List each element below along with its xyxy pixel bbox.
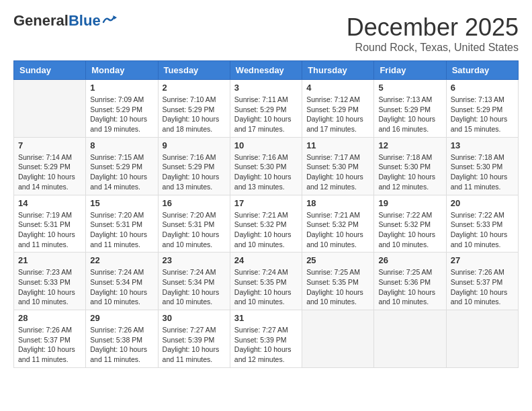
day-number: 25 (306, 255, 369, 265)
day-info: Sunrise: 7:25 AMSunset: 5:35 PMDaylight:… (306, 267, 369, 307)
logo-general: General (13, 12, 69, 29)
day-number: 27 (451, 255, 514, 265)
day-info: Sunrise: 7:12 AMSunset: 5:29 PMDaylight:… (306, 95, 369, 134)
day-number: 15 (90, 198, 153, 208)
day-info: Sunrise: 7:13 AMSunset: 5:29 PMDaylight:… (451, 95, 514, 134)
title-area: December 2025 Round Rock, Texas, United … (347, 13, 519, 54)
table-row: 7Sunrise: 7:14 AMSunset: 5:29 PMDaylight… (14, 137, 86, 195)
day-info: Sunrise: 7:10 AMSunset: 5:29 PMDaylight:… (163, 95, 226, 134)
table-row: 28Sunrise: 7:26 AMSunset: 5:37 PMDayligh… (14, 310, 86, 368)
day-number: 26 (378, 255, 441, 265)
table-row: 20Sunrise: 7:22 AMSunset: 5:33 PMDayligh… (446, 195, 518, 253)
day-info: Sunrise: 7:18 AMSunset: 5:30 PMDaylight:… (378, 152, 441, 192)
table-row: 26Sunrise: 7:25 AMSunset: 5:36 PMDayligh… (374, 253, 446, 310)
day-number: 5 (378, 83, 441, 93)
table-row: 27Sunrise: 7:26 AMSunset: 5:37 PMDayligh… (446, 253, 518, 310)
day-number: 7 (18, 140, 81, 150)
day-info: Sunrise: 7:16 AMSunset: 5:29 PMDaylight:… (163, 152, 226, 192)
day-number: 9 (163, 140, 226, 150)
weekday-header-row: Sunday Monday Tuesday Wednesday Thursday… (14, 61, 519, 80)
table-row: 4Sunrise: 7:12 AMSunset: 5:29 PMDaylight… (302, 80, 374, 138)
day-number: 28 (18, 313, 81, 323)
table-row: 19Sunrise: 7:22 AMSunset: 5:32 PMDayligh… (374, 195, 446, 253)
table-row: 9Sunrise: 7:16 AMSunset: 5:29 PMDaylight… (158, 137, 230, 195)
day-info: Sunrise: 7:24 AMSunset: 5:35 PMDaylight:… (234, 267, 298, 307)
table-row: 15Sunrise: 7:20 AMSunset: 5:31 PMDayligh… (86, 195, 158, 253)
day-number: 19 (378, 198, 441, 208)
table-row: 22Sunrise: 7:24 AMSunset: 5:34 PMDayligh… (86, 253, 158, 310)
table-row: 29Sunrise: 7:26 AMSunset: 5:38 PMDayligh… (86, 310, 158, 368)
table-row: 13Sunrise: 7:18 AMSunset: 5:30 PMDayligh… (446, 137, 518, 195)
day-number: 10 (234, 140, 298, 150)
table-row: 25Sunrise: 7:25 AMSunset: 5:35 PMDayligh… (302, 253, 374, 310)
day-number: 29 (90, 313, 153, 323)
day-number: 1 (90, 83, 153, 93)
table-row: 23Sunrise: 7:24 AMSunset: 5:34 PMDayligh… (158, 253, 230, 310)
table-row: 1Sunrise: 7:09 AMSunset: 5:29 PMDaylight… (86, 80, 158, 138)
day-number: 30 (163, 313, 226, 323)
day-info: Sunrise: 7:18 AMSunset: 5:30 PMDaylight:… (451, 152, 514, 192)
day-number: 13 (451, 140, 514, 150)
day-number: 3 (234, 83, 298, 93)
header-tuesday: Tuesday (158, 61, 230, 80)
day-info: Sunrise: 7:09 AMSunset: 5:29 PMDaylight:… (90, 95, 153, 134)
day-number: 22 (90, 255, 153, 265)
table-row: 17Sunrise: 7:21 AMSunset: 5:32 PMDayligh… (230, 195, 302, 253)
day-number: 21 (18, 255, 81, 265)
day-info: Sunrise: 7:20 AMSunset: 5:31 PMDaylight:… (163, 210, 226, 250)
day-info: Sunrise: 7:15 AMSunset: 5:29 PMDaylight:… (90, 152, 153, 192)
day-info: Sunrise: 7:22 AMSunset: 5:32 PMDaylight:… (378, 210, 441, 250)
table-row: 2Sunrise: 7:10 AMSunset: 5:29 PMDaylight… (158, 80, 230, 138)
calendar-week-row: 1Sunrise: 7:09 AMSunset: 5:29 PMDaylight… (14, 80, 519, 138)
logo-blue: Blue (69, 12, 101, 29)
calendar-week-row: 28Sunrise: 7:26 AMSunset: 5:37 PMDayligh… (14, 310, 519, 368)
table-row: 8Sunrise: 7:15 AMSunset: 5:29 PMDaylight… (86, 137, 158, 195)
table-row (446, 310, 518, 368)
day-info: Sunrise: 7:25 AMSunset: 5:36 PMDaylight:… (378, 267, 441, 307)
day-info: Sunrise: 7:11 AMSunset: 5:29 PMDaylight:… (234, 95, 298, 134)
day-info: Sunrise: 7:22 AMSunset: 5:33 PMDaylight:… (451, 210, 514, 250)
day-info: Sunrise: 7:14 AMSunset: 5:29 PMDaylight:… (18, 152, 81, 192)
day-info: Sunrise: 7:26 AMSunset: 5:37 PMDaylight:… (18, 325, 81, 365)
day-number: 16 (163, 198, 226, 208)
day-number: 20 (451, 198, 514, 208)
day-number: 17 (234, 198, 298, 208)
table-row: 30Sunrise: 7:27 AMSunset: 5:39 PMDayligh… (158, 310, 230, 368)
table-row: 31Sunrise: 7:27 AMSunset: 5:39 PMDayligh… (230, 310, 302, 368)
calendar-week-row: 21Sunrise: 7:23 AMSunset: 5:33 PMDayligh… (14, 253, 519, 310)
day-info: Sunrise: 7:21 AMSunset: 5:32 PMDaylight:… (234, 210, 298, 250)
day-info: Sunrise: 7:24 AMSunset: 5:34 PMDaylight:… (163, 267, 226, 307)
header-friday: Friday (374, 61, 446, 80)
day-info: Sunrise: 7:26 AMSunset: 5:37 PMDaylight:… (451, 267, 514, 307)
page-header: GeneralBlue December 2025 Round Rock, Te… (13, 13, 519, 54)
table-row: 5Sunrise: 7:13 AMSunset: 5:29 PMDaylight… (374, 80, 446, 138)
day-number: 14 (18, 198, 81, 208)
day-info: Sunrise: 7:27 AMSunset: 5:39 PMDaylight:… (234, 325, 298, 365)
day-info: Sunrise: 7:16 AMSunset: 5:30 PMDaylight:… (234, 152, 298, 192)
day-number: 18 (306, 198, 369, 208)
header-thursday: Thursday (302, 61, 374, 80)
header-monday: Monday (86, 61, 158, 80)
table-row: 14Sunrise: 7:19 AMSunset: 5:31 PMDayligh… (14, 195, 86, 253)
calendar-week-row: 7Sunrise: 7:14 AMSunset: 5:29 PMDaylight… (14, 137, 519, 195)
calendar-week-row: 14Sunrise: 7:19 AMSunset: 5:31 PMDayligh… (14, 195, 519, 253)
day-number: 4 (306, 83, 369, 93)
month-title: December 2025 (347, 13, 519, 42)
day-number: 2 (163, 83, 226, 93)
table-row: 12Sunrise: 7:18 AMSunset: 5:30 PMDayligh… (374, 137, 446, 195)
table-row: 24Sunrise: 7:24 AMSunset: 5:35 PMDayligh… (230, 253, 302, 310)
day-number: 8 (90, 140, 153, 150)
table-row: 21Sunrise: 7:23 AMSunset: 5:33 PMDayligh… (14, 253, 86, 310)
table-row (302, 310, 374, 368)
location-text: Round Rock, Texas, United States (347, 42, 519, 54)
table-row: 11Sunrise: 7:17 AMSunset: 5:30 PMDayligh… (302, 137, 374, 195)
header-wednesday: Wednesday (230, 61, 302, 80)
day-info: Sunrise: 7:27 AMSunset: 5:39 PMDaylight:… (163, 325, 226, 365)
day-info: Sunrise: 7:26 AMSunset: 5:38 PMDaylight:… (90, 325, 153, 365)
header-saturday: Saturday (446, 61, 518, 80)
day-info: Sunrise: 7:19 AMSunset: 5:31 PMDaylight:… (18, 210, 81, 250)
table-row: 6Sunrise: 7:13 AMSunset: 5:29 PMDaylight… (446, 80, 518, 138)
day-info: Sunrise: 7:24 AMSunset: 5:34 PMDaylight:… (90, 267, 153, 307)
table-row (14, 80, 86, 138)
day-info: Sunrise: 7:23 AMSunset: 5:33 PMDaylight:… (18, 267, 81, 307)
